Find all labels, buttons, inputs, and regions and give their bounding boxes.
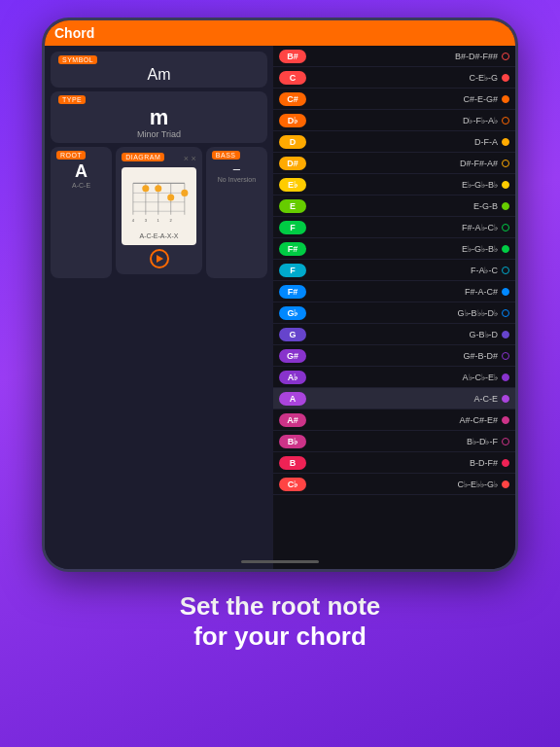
chord-indicator xyxy=(502,245,509,253)
type-section: TYPE m Minor Triad xyxy=(51,91,267,143)
chord-pill: G xyxy=(279,328,306,341)
diagram-header: DIAGRAM × × xyxy=(122,153,196,163)
chord-indicator xyxy=(502,138,509,146)
svg-point-9 xyxy=(142,185,149,192)
caption-line1: Set the root note xyxy=(180,591,381,622)
chord-indicator xyxy=(502,480,509,488)
diagram-x: × × xyxy=(184,154,196,163)
chord-pill: A xyxy=(279,392,306,406)
chord-pill: C♭ xyxy=(279,478,306,491)
chord-row[interactable]: BB-D-F# xyxy=(273,452,515,474)
chord-row[interactable]: A♭A♭-C♭-E♭ xyxy=(273,367,515,388)
chord-indicator xyxy=(502,309,509,317)
chord-row[interactable]: GG-B♭-D xyxy=(273,324,515,345)
chord-row[interactable]: C♭C♭-E♭♭-G♭ xyxy=(273,474,515,495)
chord-indicator xyxy=(502,288,509,296)
chord-indicator xyxy=(502,352,509,360)
chord-pill: A♭ xyxy=(279,371,306,384)
svg-point-11 xyxy=(167,195,174,201)
right-panel: B#B#-D#-F##CC-E♭-GC#C#-E-G#D♭D♭-F♭-A♭DD-… xyxy=(273,46,515,569)
chord-row[interactable]: DD-F-A xyxy=(273,131,515,153)
chord-notes: G♭-B♭♭-D♭ xyxy=(458,308,499,318)
chord-notes: D-F-A xyxy=(474,137,498,147)
chord-notes: C#-E-G# xyxy=(463,94,498,104)
main-content: SYMBOL Am TYPE m Minor Triad ROOT A A-C-… xyxy=(45,46,515,569)
chord-row[interactable]: A#A#-C#-E# xyxy=(273,409,515,431)
diagram-notes: A-C-E-A-X-X xyxy=(127,232,191,239)
chord-notes: G#-B-D# xyxy=(463,351,498,361)
chord-pill: B♭ xyxy=(279,435,306,448)
chord-notes: E-G-B xyxy=(473,201,498,211)
chord-row[interactable]: D♭D♭-F♭-A♭ xyxy=(273,110,515,131)
chord-notes: B#-D#-F## xyxy=(455,52,498,61)
chord-indicator xyxy=(502,416,509,424)
svg-text:1: 1 xyxy=(158,218,160,223)
chord-pill: B# xyxy=(279,50,306,63)
chord-indicator xyxy=(502,224,509,231)
chord-pill: F# xyxy=(279,285,306,299)
diagram-label: DIAGRAM xyxy=(122,153,164,161)
chord-row[interactable]: D#D#-F#-A# xyxy=(273,153,515,174)
chord-notes: A#-C#-E# xyxy=(459,415,498,425)
chord-pill: B xyxy=(279,456,306,470)
chord-row[interactable]: B♭B♭-D♭-F xyxy=(273,431,515,452)
chord-indicator xyxy=(502,374,509,381)
chord-row[interactable]: F#E♭-G♭-B♭ xyxy=(273,238,515,260)
chord-row[interactable]: CC-E♭-G xyxy=(273,67,515,89)
chord-pill: F xyxy=(279,221,306,234)
chord-indicator xyxy=(502,267,509,274)
chord-notes: C♭-E♭♭-G♭ xyxy=(458,480,499,489)
chord-row[interactable]: AA-C-E xyxy=(273,388,515,409)
root-label: ROOT xyxy=(56,151,86,160)
app-title: Chord xyxy=(54,25,94,41)
chord-notes: A♭-C♭-E♭ xyxy=(463,373,499,382)
chord-pill: F xyxy=(279,264,306,277)
bottom-row-sections: ROOT A A-C-E DIAGRAM × × xyxy=(51,147,267,278)
chord-indicator xyxy=(502,395,509,403)
svg-point-12 xyxy=(181,190,188,196)
chord-row[interactable]: F#F#-A-C# xyxy=(273,281,515,302)
guitar-diagram: 4 3 1 2 A-C-E-A-X-X xyxy=(122,167,196,245)
type-main: m xyxy=(58,106,260,129)
bass-label: BASS xyxy=(212,151,240,160)
chord-row[interactable]: E♭E♭-G♭-B♭ xyxy=(273,174,515,196)
chord-notes: B-D-F# xyxy=(470,458,498,468)
play-button[interactable] xyxy=(150,249,169,268)
chord-pill: F# xyxy=(279,242,306,256)
chord-row[interactable]: G#G#-B-D# xyxy=(273,345,515,367)
chord-row[interactable]: G♭G♭-B♭♭-D♭ xyxy=(273,302,515,324)
root-intervals: A-C-E xyxy=(56,182,106,189)
fretboard-svg: 4 3 1 2 xyxy=(127,173,191,231)
chord-row[interactable]: C#C#-E-G# xyxy=(273,89,515,110)
chord-pill: G♭ xyxy=(279,306,306,320)
chord-indicator xyxy=(502,331,509,338)
chord-indicator xyxy=(502,74,509,82)
chord-indicator xyxy=(502,117,509,124)
chord-pill: A# xyxy=(279,413,306,427)
chord-pill: E xyxy=(279,199,306,213)
left-panel: SYMBOL Am TYPE m Minor Triad ROOT A A-C-… xyxy=(45,46,273,569)
chord-row[interactable]: FF#-A♭-C♭ xyxy=(273,217,515,238)
chord-row[interactable]: EE-G-B xyxy=(273,196,515,217)
caption-line2: for your chord xyxy=(180,622,381,652)
svg-text:2: 2 xyxy=(170,218,173,223)
chord-row[interactable]: B#B#-D#-F## xyxy=(273,46,515,67)
chord-indicator xyxy=(502,95,509,103)
chord-pill: D♭ xyxy=(279,114,306,127)
play-triangle-icon xyxy=(157,255,163,263)
svg-point-10 xyxy=(155,185,161,192)
chord-notes: A-C-E xyxy=(474,394,499,404)
chord-pill: C xyxy=(279,71,306,85)
type-sub: Minor Triad xyxy=(58,129,260,139)
chord-indicator xyxy=(502,202,509,210)
chord-notes: D#-F#-A# xyxy=(460,159,498,168)
chord-pill: D xyxy=(279,135,306,149)
chord-notes: F#-A♭-C♭ xyxy=(462,223,498,232)
chord-notes: D♭-F♭-A♭ xyxy=(463,116,498,125)
chord-notes: B♭-D♭-F xyxy=(467,437,498,446)
chord-notes: G-B♭-D xyxy=(470,330,499,339)
top-bar: Chord xyxy=(45,20,515,46)
chord-notes: F#-A-C# xyxy=(465,287,498,297)
chord-pill: C# xyxy=(279,92,306,106)
chord-row[interactable]: FF-A♭-C xyxy=(273,260,515,281)
